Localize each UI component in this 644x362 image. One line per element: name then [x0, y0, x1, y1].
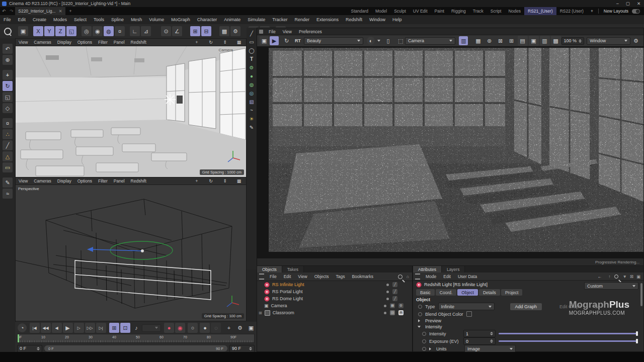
- units-dropdown[interactable]: Image: [464, 345, 516, 352]
- om-menu-objects[interactable]: Objects: [311, 274, 333, 279]
- exposure-slider[interactable]: [499, 340, 638, 342]
- rv-start-ipr-icon[interactable]: ▶: [270, 36, 279, 45]
- rv-region-crop-icon[interactable]: ⬚: [396, 37, 405, 45]
- proptab-details[interactable]: Details: [479, 289, 500, 296]
- layout-tab-uv-edit[interactable]: UV Edit: [410, 9, 431, 14]
- document-tab[interactable]: S220_Interior_Lig... ✕: [15, 7, 65, 15]
- light-tag-icon[interactable]: ╱: [392, 289, 397, 294]
- viewport-camera-canvas[interactable]: [16, 46, 246, 177]
- vp1-zoom-icon[interactable]: ⇕: [218, 39, 231, 46]
- rv-dof-icon[interactable]: ⊛: [485, 36, 495, 46]
- vp1-menu-options[interactable]: Options: [74, 40, 95, 45]
- attr-back-icon[interactable]: ←: [593, 274, 607, 279]
- attr-group-intensity[interactable]: Intensity: [413, 324, 643, 330]
- anim-dot[interactable]: [422, 347, 426, 351]
- menu-edit[interactable]: Edit: [15, 17, 30, 22]
- rv-clay-icon[interactable]: ⊠: [496, 36, 506, 46]
- sun-icon[interactable]: ☀: [250, 116, 254, 122]
- axis-x-lock-icon[interactable]: X: [33, 26, 43, 36]
- vp1-toggle-icon[interactable]: ▦: [232, 39, 246, 46]
- rv-denoise-icon[interactable]: ▣: [529, 36, 539, 46]
- pen-tool-icon[interactable]: ✎: [3, 177, 13, 188]
- menu-create[interactable]: Create: [29, 17, 50, 22]
- quantize-icon[interactable]: ∠: [172, 26, 182, 36]
- vp2-menu-display[interactable]: Display: [54, 178, 74, 184]
- rv-display-dropdown[interactable]: Window: [587, 37, 630, 45]
- menu-tools[interactable]: Tools: [90, 17, 108, 22]
- rv-grid-icon[interactable]: ▦: [473, 36, 484, 46]
- attr-burger-icon[interactable]: [415, 274, 420, 280]
- snap-box-icon[interactable]: ▣: [246, 323, 256, 333]
- rotate-tool-icon[interactable]: ↻: [3, 81, 13, 91]
- layout-tab-rs21-user[interactable]: RS21_(User): [524, 7, 556, 15]
- record-keyframe-icon[interactable]: ●: [164, 323, 174, 333]
- vp2-menu-panel[interactable]: Panel: [111, 178, 128, 184]
- proptab-basic[interactable]: Basic: [416, 289, 435, 296]
- close-tab-icon[interactable]: ✕: [58, 9, 62, 14]
- menu-animate[interactable]: Animate: [220, 17, 244, 22]
- proptab-object[interactable]: Object: [457, 289, 478, 296]
- playhead[interactable]: [18, 334, 19, 342]
- om-home-icon[interactable]: ⌂: [407, 274, 409, 279]
- vp1-menu-redshift[interactable]: Redshift: [128, 40, 149, 45]
- prev-key-icon[interactable]: ◀◀: [41, 323, 51, 333]
- om-menu-bookmarks[interactable]: Bookmarks: [348, 274, 377, 279]
- expand-icon[interactable]: ⊞: [259, 311, 262, 315]
- viewport-perspective-canvas[interactable]: [16, 185, 246, 321]
- undo-tool-icon[interactable]: ↶: [3, 44, 13, 54]
- layout-toggle-icon[interactable]: [632, 9, 640, 14]
- autokey-icon[interactable]: ◉: [175, 323, 185, 333]
- light-tag-icon[interactable]: ╱: [392, 296, 397, 301]
- texture-tag-icon[interactable]: ▨: [390, 310, 395, 315]
- scale-tool-icon[interactable]: ◱: [3, 92, 13, 102]
- proptab-project[interactable]: Project: [501, 289, 522, 296]
- prev-frame-icon[interactable]: ◀: [52, 323, 62, 333]
- polygons-mode-icon[interactable]: △: [3, 151, 13, 161]
- vp2-menu-cameras[interactable]: Cameras: [31, 178, 54, 184]
- rv-samples-icon[interactable]: ⊞: [507, 36, 517, 46]
- timeline-ruler[interactable]: 0F 10 20 30 40 50 60 70 80 90F: [17, 334, 255, 343]
- brush-icon[interactable]: ╱: [250, 31, 253, 36]
- vp2-orbit-icon[interactable]: ↻: [204, 177, 217, 185]
- lock-keys-icon[interactable]: ◌: [211, 323, 221, 333]
- menu-mograph[interactable]: MoGraph: [168, 17, 194, 22]
- anim-dot[interactable]: [418, 305, 422, 309]
- viewport-perspective[interactable]: View Cameras Display Options Filter Pane…: [15, 177, 247, 321]
- menu-select[interactable]: Select: [70, 17, 90, 22]
- vp1-menu-cameras[interactable]: Cameras: [31, 40, 54, 45]
- rv-menu-preferences[interactable]: Preferences: [295, 29, 326, 34]
- attr-filter-icon[interactable]: ▼: [621, 274, 628, 279]
- om-search-icon[interactable]: [398, 275, 403, 279]
- zoom-tool-icon[interactable]: [4, 28, 12, 35]
- mesh-icon[interactable]: ◍: [250, 82, 254, 87]
- enable-axis-icon[interactable]: ¤: [115, 26, 125, 36]
- om-menu-view[interactable]: View: [294, 274, 310, 279]
- live-selection-icon[interactable]: ⊕: [3, 55, 13, 65]
- attr-custom-dropdown[interactable]: Custom: [584, 282, 638, 290]
- object-row-classroom[interactable]: ⊞ Classroom ▨ ▤: [257, 309, 412, 316]
- rv-refresh-icon[interactable]: ↻: [282, 36, 291, 45]
- maximize-button[interactable]: ▢: [622, 1, 633, 6]
- snap-gear-icon[interactable]: ⚙: [235, 323, 245, 333]
- world-coords-icon[interactable]: ◱: [66, 26, 76, 36]
- sphere-icon[interactable]: ●: [250, 73, 253, 79]
- snap-add-icon[interactable]: +: [224, 323, 234, 333]
- om-menu-file[interactable]: File: [266, 274, 280, 279]
- visibility-dot[interactable]: [386, 298, 389, 300]
- range-slider[interactable]: 0 F 90 F: [44, 345, 227, 351]
- rv-rt-button[interactable]: RT: [292, 38, 304, 43]
- visibility-dot[interactable]: [384, 305, 386, 307]
- circle-icon[interactable]: ◯: [249, 48, 254, 53]
- loop-mode-icon[interactable]: ⊡: [120, 323, 130, 333]
- model-mode-icon[interactable]: ▭: [3, 162, 13, 172]
- pencil-icon[interactable]: ✎: [250, 125, 254, 130]
- make-editable-icon[interactable]: ▣: [18, 26, 28, 36]
- menu-volume[interactable]: Volume: [145, 17, 168, 22]
- isoline-edit-icon[interactable]: ▩: [219, 26, 229, 36]
- menu-window[interactable]: Window: [366, 17, 389, 22]
- rect-icon[interactable]: ▭: [249, 39, 254, 45]
- rv-material-sphere-icon[interactable]: ◐: [367, 37, 375, 45]
- menu-extensions[interactable]: Extensions: [313, 17, 342, 22]
- attr-menu-edit[interactable]: Edit: [440, 274, 454, 279]
- move-tool-icon[interactable]: +: [3, 70, 13, 80]
